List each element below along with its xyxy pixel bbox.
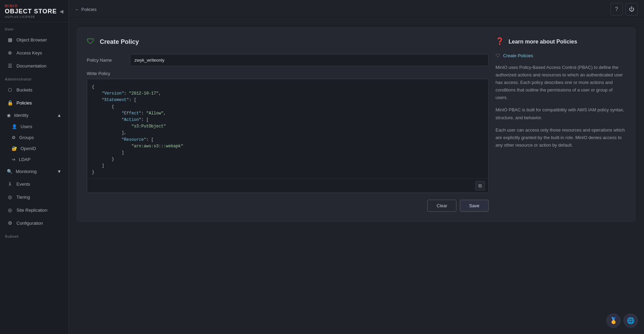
sidebar-item-access-keys[interactable]: ⊕ Access Keys — [2, 47, 66, 59]
sidebar-item-documentation[interactable]: ☰ Documentation — [2, 60, 66, 72]
code-editor[interactable]: { "Version": "2012-10-17", "Statement": … — [87, 79, 488, 178]
editor-toolbar: ⧉ — [87, 178, 488, 193]
sidebar-child-label: LDAP — [19, 157, 31, 162]
subnet-section-label: Subnet — [0, 230, 68, 240]
power-button[interactable]: ⏻ — [625, 3, 638, 15]
sidebar-item-label: Object Browser — [16, 37, 47, 42]
sidebar-item-label: Configuration — [16, 221, 43, 226]
globe-icon: 🌐 — [627, 317, 634, 324]
sidebar-item-object-browser[interactable]: ▦ Object Browser — [2, 34, 66, 46]
logo-title: OBJECT STORE — [5, 8, 57, 15]
content-area: 🛡 Create Policy Policy Name Write Policy… — [69, 19, 644, 334]
sidebar-group-identity: ◉ Identity ▲ 👤 Users ⚙ Groups 🔐 OpenID ⇒… — [2, 110, 66, 165]
users-icon: 👤 — [12, 124, 17, 129]
sidebar-item-label: Monitoring — [16, 169, 37, 174]
sidebar-item-tiering[interactable]: ◎ Tiering — [2, 191, 66, 203]
info-icon: ❓ — [496, 37, 505, 47]
sidebar-item-label: Events — [16, 182, 30, 187]
sidebar-child-label: Users — [21, 124, 32, 129]
monitoring-icon: 🔍 — [7, 169, 12, 174]
identity-group-left: ◉ Identity — [7, 113, 28, 118]
tiering-icon: ◎ — [7, 194, 13, 200]
sidebar-item-buckets[interactable]: ⬡ Buckets — [2, 84, 66, 96]
copy-icon: ⧉ — [478, 183, 482, 189]
breadcrumb-back-arrow: ← — [75, 7, 79, 12]
logo: MINIO OBJECT STORE AGPLv3 LICENSE — [5, 4, 57, 18]
sidebar-item-users[interactable]: 👤 Users — [7, 121, 66, 132]
identity-icon: ◉ — [7, 113, 11, 118]
shield-green-icon: 🛡 — [87, 37, 96, 47]
sidebar-item-configuration[interactable]: ⚙ Configuration — [2, 217, 66, 229]
collapse-sidebar-button[interactable]: ◀ — [60, 9, 63, 14]
clear-button[interactable]: Clear — [427, 200, 456, 212]
sidebar-item-groups[interactable]: ⚙ Groups — [7, 132, 66, 143]
sidebar-child-label: Groups — [19, 135, 34, 140]
form-header: 🛡 Create Policy — [87, 37, 489, 47]
groups-icon: ⚙ — [12, 135, 16, 140]
bucket-icon: ⬡ — [7, 87, 13, 93]
sidebar-item-openid[interactable]: 🔐 OpenID — [7, 143, 66, 154]
policy-name-row: Policy Name — [87, 54, 489, 66]
identity-children: 👤 Users ⚙ Groups 🔐 OpenID ⇒ LDAP — [2, 121, 66, 165]
shield-small-icon: 🛡 — [496, 53, 500, 58]
breadcrumb: ← Policies — [75, 7, 97, 12]
ldap-icon: ⇒ — [12, 157, 15, 162]
write-policy-label-wrapper: Write Policy — [87, 71, 489, 76]
chevron-down-icon: ▼ — [57, 169, 61, 174]
copy-code-button[interactable]: ⧉ — [475, 181, 485, 190]
topbar-actions: ? ⏻ — [610, 3, 638, 15]
grid-icon: ▦ — [7, 37, 13, 43]
sidebar-item-ldap[interactable]: ⇒ LDAP — [7, 154, 66, 165]
doc-icon: ☰ — [7, 63, 13, 69]
info-paragraph-3: Each user can access only those resource… — [496, 126, 626, 149]
form-actions: Clear Save — [87, 200, 489, 212]
monitoring-group-left: 🔍 Monitoring — [7, 169, 37, 174]
user-section-label: User — [0, 22, 68, 33]
info-panel-title: Learn more about Policies — [509, 39, 577, 45]
save-button[interactable]: Save — [460, 200, 489, 212]
info-paragraph-2: MinIO PBAC is built for compatibility wi… — [496, 106, 626, 121]
fab-badge-button[interactable]: 🏅 — [606, 313, 621, 328]
policy-name-input[interactable] — [130, 54, 489, 66]
help-button[interactable]: ? — [610, 3, 623, 15]
info-panel-header: ❓ Learn more about Policies — [496, 37, 626, 47]
power-icon: ⏻ — [629, 6, 634, 12]
sidebar-item-monitoring[interactable]: 🔍 Monitoring ▼ — [2, 166, 66, 177]
sidebar-item-events[interactable]: λ Events — [2, 178, 66, 190]
fab-globe-button[interactable]: 🌐 — [623, 313, 638, 328]
fab-area: 🏅 🌐 — [606, 313, 638, 328]
info-panel: ❓ Learn more about Policies 🛡 Create Pol… — [496, 37, 626, 212]
create-policy-panel: 🛡 Create Policy Policy Name Write Policy… — [77, 27, 636, 222]
sidebar-group-monitoring: 🔍 Monitoring ▼ — [2, 166, 66, 177]
sidebar-item-label: Identity — [14, 113, 28, 118]
policy-icon: 🔒 — [7, 100, 13, 106]
sidebar: MINIO OBJECT STORE AGPLv3 LICENSE ◀ User… — [0, 0, 69, 334]
policy-name-label: Policy Name — [87, 58, 124, 63]
info-link-label: Create Policies — [503, 53, 533, 58]
admin-section-label: Administrator — [0, 72, 68, 83]
help-icon: ? — [615, 6, 618, 12]
key-icon: ⊕ — [7, 50, 13, 56]
code-editor-wrapper: { "Version": "2012-10-17", "Statement": … — [87, 79, 489, 193]
main-content: ← Policies ? ⏻ 🛡 Create Policy Policy Na… — [69, 0, 644, 334]
topbar: ← Policies ? ⏻ — [69, 0, 644, 19]
config-icon: ⚙ — [7, 220, 13, 226]
info-paragraph-1: MinIO uses Policy-Based Access Control (… — [496, 64, 626, 101]
info-create-policies-link[interactable]: 🛡 Create Policies — [496, 53, 626, 58]
sidebar-logo: MINIO OBJECT STORE AGPLv3 LICENSE ◀ — [0, 0, 68, 22]
sidebar-item-label: Policies — [16, 100, 32, 106]
sidebar-item-identity[interactable]: ◉ Identity ▲ — [2, 110, 66, 121]
sidebar-item-label: Access Keys — [16, 50, 42, 55]
logo-sub: AGPLv3 LICENSE — [5, 15, 57, 18]
sidebar-item-label: Site Replication — [16, 208, 47, 213]
badge-icon: 🏅 — [610, 317, 617, 324]
sidebar-item-policies[interactable]: 🔒 Policies — [2, 97, 66, 109]
sidebar-item-label: Tiering — [16, 195, 30, 200]
sidebar-child-label: OpenID — [21, 146, 36, 151]
events-icon: λ — [7, 181, 13, 187]
openid-icon: 🔐 — [12, 146, 17, 151]
breadcrumb-policies-link[interactable]: Policies — [81, 7, 97, 12]
chevron-up-icon: ▲ — [57, 113, 61, 118]
sidebar-item-site-replication[interactable]: ◎ Site Replication — [2, 204, 66, 216]
policy-form: 🛡 Create Policy Policy Name Write Policy… — [87, 37, 489, 212]
